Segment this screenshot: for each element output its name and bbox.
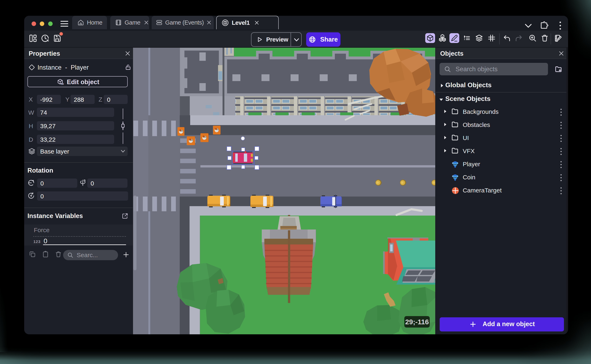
svg-text:29;-116: 29;-116 — [405, 318, 429, 326]
svg-text:3D: 3D — [61, 83, 64, 85]
